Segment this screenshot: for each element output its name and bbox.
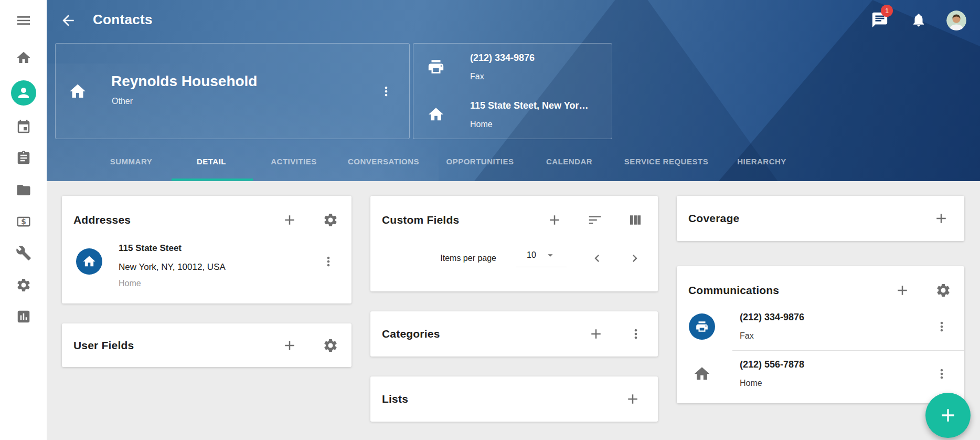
address-street: 115 State Steet bbox=[119, 243, 182, 254]
address-menu-button[interactable] bbox=[321, 254, 336, 269]
sidebar-item-documents[interactable] bbox=[16, 182, 31, 198]
communication-menu-button[interactable] bbox=[934, 366, 949, 381]
back-button[interactable] bbox=[60, 12, 77, 29]
avatar-photo-icon bbox=[946, 11, 966, 30]
addresses-card: Addresses 115 State Steet New York, NY, … bbox=[62, 196, 351, 303]
communications-settings-button[interactable] bbox=[935, 282, 951, 298]
communication-label: Fax bbox=[740, 331, 754, 341]
add-custom-field-button[interactable] bbox=[547, 212, 562, 228]
active-tab-indicator bbox=[172, 179, 253, 181]
quick-address-label: Home bbox=[470, 120, 493, 129]
tab-service-requests[interactable]: SERVICE REQUESTS bbox=[624, 157, 708, 166]
household-home-icon bbox=[68, 82, 87, 101]
chat-badge: 1 bbox=[881, 5, 893, 17]
fax-icon bbox=[689, 313, 715, 340]
contact-menu-button[interactable] bbox=[379, 84, 393, 99]
page-size-select[interactable]: 10 bbox=[516, 249, 567, 267]
custom-fields-title: Custom Fields bbox=[382, 214, 459, 226]
tab-calendar[interactable]: CALENDAR bbox=[546, 157, 592, 166]
tab-opportunities[interactable]: OPPORTUNITIES bbox=[446, 157, 514, 166]
kebab-icon bbox=[934, 319, 949, 334]
plus-icon bbox=[625, 391, 641, 407]
communication-label: Home bbox=[740, 379, 762, 388]
tab-activities[interactable]: ACTIVITIES bbox=[271, 157, 317, 166]
address-city-line: New York, NY, 10012, USA bbox=[119, 262, 226, 273]
columns-button[interactable] bbox=[627, 212, 643, 228]
fax-icon bbox=[427, 58, 445, 76]
sidebar-item-home[interactable] bbox=[16, 50, 31, 66]
lists-title: Lists bbox=[382, 393, 408, 405]
bar-chart-icon bbox=[16, 309, 31, 324]
next-page-button[interactable] bbox=[627, 251, 642, 266]
previous-page-button[interactable] bbox=[590, 251, 604, 266]
gear-icon bbox=[323, 338, 338, 353]
tab-detail[interactable]: DETAIL bbox=[197, 157, 226, 166]
calendar-icon bbox=[16, 119, 31, 135]
addresses-title: Addresses bbox=[73, 214, 131, 226]
sort-icon bbox=[587, 212, 603, 228]
tab-hierarchy[interactable]: HIERARCHY bbox=[737, 157, 786, 166]
quick-address: 115 State Steet, New Yor… bbox=[470, 100, 588, 111]
kebab-icon bbox=[379, 84, 393, 99]
contact-category: Other bbox=[112, 97, 133, 106]
gear-icon bbox=[935, 282, 951, 298]
notifications-button[interactable] bbox=[911, 12, 926, 28]
add-coverage-button[interactable] bbox=[933, 211, 949, 226]
tab-summary[interactable]: SUMMARY bbox=[110, 157, 152, 166]
clipboard-icon bbox=[16, 150, 31, 166]
user-fields-settings-button[interactable] bbox=[323, 338, 338, 353]
sidebar-menu-button[interactable] bbox=[15, 12, 32, 29]
plus-icon bbox=[547, 212, 562, 228]
categories-card: Categories bbox=[370, 311, 658, 357]
dollar-card-icon: $ bbox=[16, 214, 31, 229]
user-fields-title: User Fields bbox=[73, 339, 134, 352]
add-category-button[interactable] bbox=[588, 326, 604, 342]
gear-icon bbox=[323, 212, 338, 228]
columns-icon bbox=[627, 212, 643, 228]
sidebar-item-tools[interactable] bbox=[16, 245, 31, 261]
hamburger-icon bbox=[15, 12, 32, 29]
kebab-icon bbox=[629, 327, 643, 341]
categories-title: Categories bbox=[382, 328, 440, 340]
addresses-settings-button[interactable] bbox=[323, 212, 338, 228]
folder-icon bbox=[16, 182, 31, 198]
quick-fax-label: Fax bbox=[470, 72, 484, 81]
bell-icon bbox=[911, 12, 926, 28]
chevron-left-icon bbox=[590, 251, 604, 266]
sidebar-item-settings[interactable] bbox=[16, 277, 31, 293]
plus-icon bbox=[933, 211, 949, 226]
address-home-icon bbox=[76, 248, 102, 275]
row-divider bbox=[732, 350, 964, 351]
active-contact-indicator bbox=[11, 80, 36, 106]
categories-menu-button[interactable] bbox=[629, 327, 643, 341]
communication-menu-button[interactable] bbox=[934, 319, 949, 334]
add-user-field-button[interactable] bbox=[282, 338, 297, 353]
plus-icon bbox=[282, 338, 297, 353]
communications-title: Communications bbox=[688, 284, 779, 297]
address-type-label: Home bbox=[119, 279, 141, 288]
home-icon bbox=[16, 50, 31, 66]
sidebar-item-reports[interactable] bbox=[16, 309, 31, 324]
sidebar-item-calendar[interactable] bbox=[16, 119, 31, 135]
plus-icon bbox=[282, 212, 297, 228]
sidebar: $ bbox=[0, 0, 47, 440]
add-list-button[interactable] bbox=[625, 391, 641, 407]
sidebar-item-billing[interactable]: $ bbox=[16, 214, 31, 229]
sidebar-item-tasks[interactable] bbox=[16, 150, 31, 166]
add-communication-button[interactable] bbox=[894, 282, 910, 298]
kebab-icon bbox=[321, 254, 336, 269]
plus-icon bbox=[588, 326, 604, 342]
tab-conversations[interactable]: CONVERSATIONS bbox=[348, 157, 419, 166]
add-address-button[interactable] bbox=[282, 212, 297, 228]
user-avatar[interactable] bbox=[946, 11, 966, 30]
kebab-icon bbox=[934, 366, 949, 381]
sidebar-item-contacts[interactable] bbox=[11, 80, 36, 106]
page-title: Contacts bbox=[93, 12, 153, 28]
contact-header-region: Contacts 1 Reynolds Household Other (212… bbox=[47, 0, 980, 181]
contact-name: Reynolds Household bbox=[111, 73, 257, 90]
add-record-fab[interactable] bbox=[925, 393, 971, 438]
contact-name-card: Reynolds Household Other bbox=[55, 43, 410, 139]
home-icon bbox=[693, 365, 711, 383]
sort-button[interactable] bbox=[587, 212, 603, 228]
gear-icon bbox=[16, 277, 31, 293]
